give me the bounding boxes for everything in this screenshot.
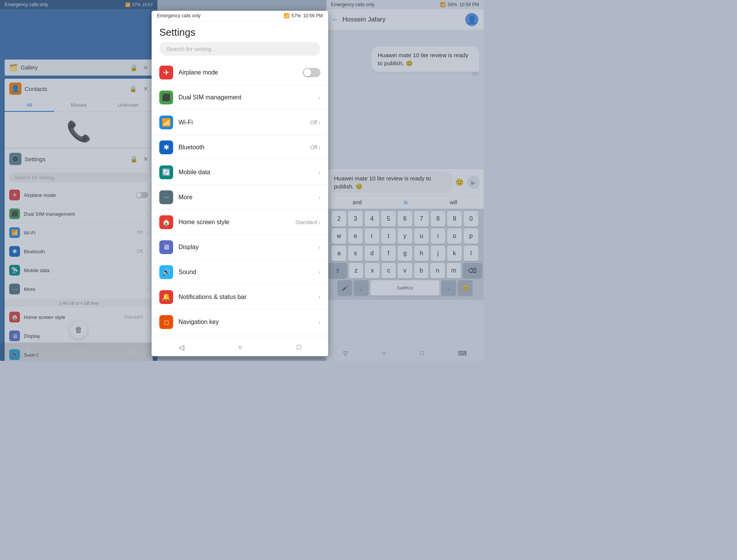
center-sound-icon: 🔊 <box>159 265 173 279</box>
center-recent-btn[interactable]: □ <box>297 343 301 351</box>
center-home-btn[interactable]: ○ <box>238 343 243 351</box>
center-back-btn[interactable]: ◁ <box>179 343 184 352</box>
center-bt-icon: ✱ <box>159 140 173 154</box>
center-data-right: › <box>319 169 321 175</box>
center-settings-panel: Emergency calls only 📶 57% 10:56 PM Sett… <box>152 11 328 356</box>
center-navkey-label: Navigation key <box>178 319 313 325</box>
center-settings-list: ✈ Airplane mode ⬛ Dual SIM management › … <box>152 60 328 340</box>
center-navkey-icon: ◻ <box>159 315 173 329</box>
center-status-icons: 📶 57% 10:56 PM <box>284 13 323 18</box>
center-sim-icon: 📶 <box>284 13 289 18</box>
center-data-icon: 🔄 <box>159 165 173 179</box>
center-home-label: Home screen style <box>178 219 290 226</box>
center-wifi-item[interactable]: 📶 Wi-Fi Off› <box>152 110 328 135</box>
center-wifi-right: Off› <box>310 119 321 126</box>
center-more-icon: ⋯ <box>159 190 173 204</box>
center-display-item[interactable]: 🖥 Display › <box>152 235 328 260</box>
center-wifi-icon: 📶 <box>159 116 173 129</box>
center-more-item[interactable]: ⋯ More › <box>152 185 328 210</box>
center-airplane-icon: ✈ <box>159 66 173 79</box>
center-bt-item[interactable]: ✱ Bluetooth Off› <box>152 135 328 160</box>
center-sound-label: Sound <box>178 269 313 276</box>
center-navkey-right: › <box>319 319 321 325</box>
center-more-label: More <box>178 194 313 201</box>
center-bottom-nav: ◁ ○ □ <box>152 338 328 356</box>
center-notif-item[interactable]: 🔔 Notifications & status bar › <box>152 285 328 310</box>
center-display-right: › <box>319 244 321 250</box>
center-sound-item[interactable]: 🔊 Sound › <box>152 260 328 285</box>
center-carrier: Emergency calls only <box>157 13 200 18</box>
center-sim-item[interactable]: ⬛ Dual SIM management › <box>152 85 328 110</box>
center-sound-right: › <box>319 269 321 275</box>
center-home-icon: 🏠 <box>159 215 173 229</box>
center-notif-label: Notifications & status bar <box>178 294 313 301</box>
center-battery: 57% <box>292 13 301 18</box>
center-data-item[interactable]: 🔄 Mobile data › <box>152 160 328 185</box>
center-notif-right: › <box>319 294 321 300</box>
center-sim-label: Dual SIM management <box>178 94 313 101</box>
center-airplane-toggle[interactable] <box>303 68 321 77</box>
center-display-icon: 🖥 <box>159 240 173 254</box>
center-data-label: Mobile data <box>178 169 313 176</box>
center-airplane-item[interactable]: ✈ Airplane mode <box>152 60 328 85</box>
center-sim-icon: ⬛ <box>159 91 173 104</box>
center-settings-title: Settings <box>152 21 328 42</box>
center-bt-right: Off› <box>310 144 321 150</box>
center-airplane-label: Airplane mode <box>178 69 297 76</box>
center-home-right: Standard› <box>296 219 321 225</box>
center-time: 10:56 PM <box>303 13 323 18</box>
center-search-bar[interactable]: Search for setting... <box>159 42 321 56</box>
center-navkey-item[interactable]: ◻ Navigation key › <box>152 310 328 335</box>
center-sim-right: › <box>319 94 321 101</box>
center-notif-icon: 🔔 <box>159 290 173 304</box>
center-more-right: › <box>319 194 321 200</box>
center-status-bar: Emergency calls only 📶 57% 10:56 PM <box>152 11 328 21</box>
center-bt-label: Bluetooth <box>178 144 305 151</box>
center-wifi-label: Wi-Fi <box>178 119 305 126</box>
center-display-label: Display <box>178 244 313 251</box>
center-home-item[interactable]: 🏠 Home screen style Standard› <box>152 210 328 235</box>
